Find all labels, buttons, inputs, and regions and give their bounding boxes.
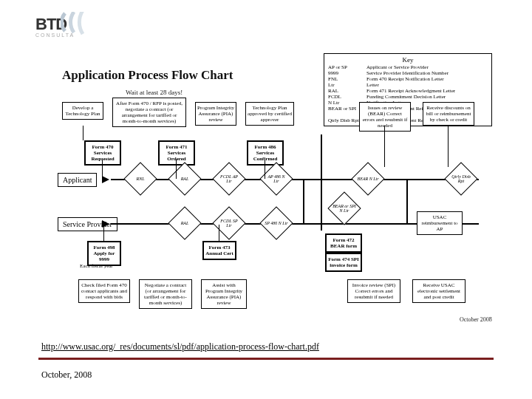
conn [83,126,83,140]
wait-note: Wait at least 28 days! [126,89,183,96]
arrow-start-applicant [102,176,111,183]
diamond-bear-spi: BEAR or SPI N Ltr [332,197,356,220]
conn-v [406,179,408,225]
key-abbr: 9999 [328,70,366,76]
step-tech-approved: Technology Plan approved by certified ap… [245,102,294,126]
step-pia: Program Integrity Assurance (PIA) review [195,102,236,126]
key-def: Service Provider Identification Number [366,70,488,76]
key-abbr: AP or SP [328,64,366,70]
role-applicant: Applicant [58,173,97,187]
sp-check-470: Check filed Form 470 contact applicants … [78,279,130,303]
conn-v [303,179,304,225]
step-negotiate: After Form 470 / RFP is posted, negotiat… [112,98,186,127]
footer-rule [38,358,494,360]
step-receive-discount: Receive discounts on bill or reimburseme… [423,102,474,126]
diamond-rnl: RNL [129,167,152,191]
logo-arcs-icon [61,12,105,37]
footer-date: October, 2008 [41,369,92,381]
conn [219,225,219,241]
source-link[interactable]: http://www.usac.org/_res/documents/sl/pd… [41,341,319,352]
diamond-ral-sp: RAL [173,211,197,235]
spi-review: Invoice review (SPI) Correct errors and … [347,279,400,303]
key-row: FNLForm 470 Receipt Notification Letter [328,76,488,82]
form-470: Form 470 Services Requested [84,140,121,166]
key-row: LtrLetter [328,82,488,88]
diamond-sp486: SP 486 N Ltr [265,211,288,235]
conn [103,225,104,241]
usac-reimbursement: USAC reimbursement to AP [417,211,463,235]
form-486: Form 486 Services Confirmed [247,140,284,166]
step-bear-review: Issues on review (BEAR) Correct errors a… [359,102,411,132]
applicant-line [111,179,479,180]
key-def: Letter [366,82,488,88]
sp-negotiate: Negotiate a contract (or arrangement for… [139,279,192,309]
conn [102,160,103,179]
flow-area: Develop a Technology Plan After Form 470… [58,96,494,318]
conn-dashed [368,223,417,224]
conn [176,160,177,179]
diagram-date: October 2008 [460,316,492,323]
diamond-qtrly: Qtrly Disb Rpt [449,167,473,191]
conn [384,126,385,167]
form-471: Form 471 Services Ordered [158,140,195,166]
key-row: RALForm 471 Receipt Acknowledgment Lette… [328,88,488,94]
conn-v [321,134,322,231]
receive-usac: Receive USAC electronic settlement and p… [412,279,466,303]
form-472: Form 472 BEAR form [325,233,362,253]
key-row: AP or SPApplicant or Service Provider [328,64,488,70]
diamond-ap486: AP 486 N Ltr [265,167,288,191]
key-abbr: RAL [328,88,366,94]
form-474: Form 474 SPI invoice form [325,253,362,272]
diamond-fcdl-sp: FCDL SP Ltr [217,211,241,235]
key-row: 9999Service Provider Identification Numb… [328,70,488,76]
bracket-label: Each fiscal year [80,263,113,269]
key-abbr: FNL [328,76,366,82]
diamond-fcdl-ap: FCDL AP Ltr [217,167,241,191]
key-def: Applicant or Service Provider [366,64,488,70]
conn [448,126,449,167]
diamond-bear-nltr: BEAR N Ltr [356,167,380,191]
slide: BTD CONSULTA Application Process Flow Ch… [0,0,532,399]
form-473: Form 473 Annual Cert [202,241,236,260]
key-def: Form 471 Receipt Acknowledgment Letter [366,88,488,94]
conn [265,160,265,179]
chart-title: Application Process Flow Chart [62,68,233,83]
step-develop-plan: Develop a Technology Plan [62,102,103,120]
key-abbr: Ltr [328,82,366,88]
key-def: Form 470 Receipt Notification Letter [366,76,488,82]
logo: BTD CONSULTA [35,15,75,38]
key-title: Key [328,56,488,64]
sp-assist-pia: Assist with Program Integrity Assurance … [201,279,247,309]
